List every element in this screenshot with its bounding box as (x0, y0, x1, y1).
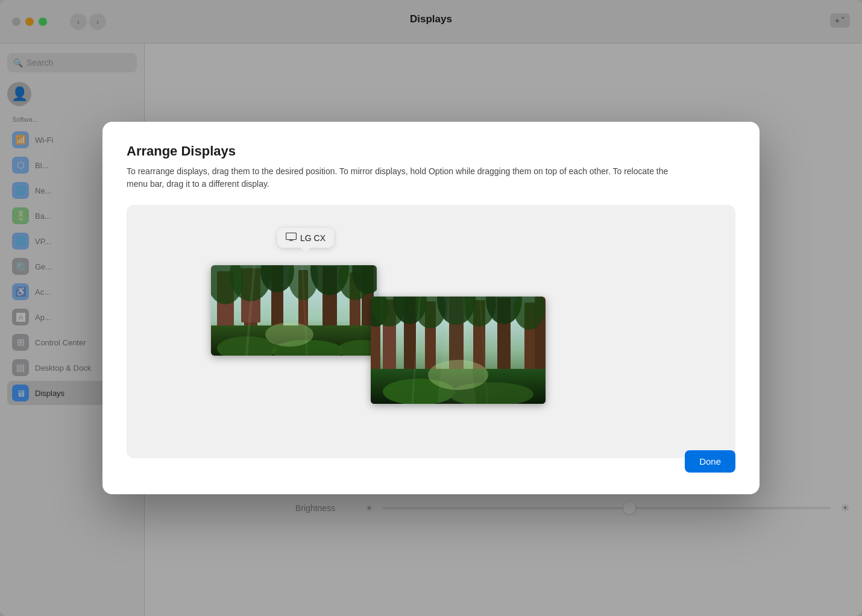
done-button[interactable]: Done (685, 450, 735, 473)
modal-description: To rearrange displays, drag them to the … (127, 165, 669, 190)
display-name-label: LG CX (300, 233, 326, 243)
modal-title: Arrange Displays (127, 143, 735, 159)
display-arrangement-area[interactable]: LG CX (127, 205, 735, 458)
arrange-displays-dialog: Arrange Displays To rearrange displays, … (102, 122, 760, 494)
primary-display[interactable] (211, 265, 377, 356)
display-tooltip: LG CX (277, 228, 334, 248)
secondary-display[interactable] (371, 297, 546, 404)
modal-overlay: Arrange Displays To rearrange displays, … (0, 0, 862, 616)
monitor-icon (286, 233, 297, 243)
svg-rect-0 (286, 233, 297, 240)
svg-point-25 (265, 322, 313, 347)
